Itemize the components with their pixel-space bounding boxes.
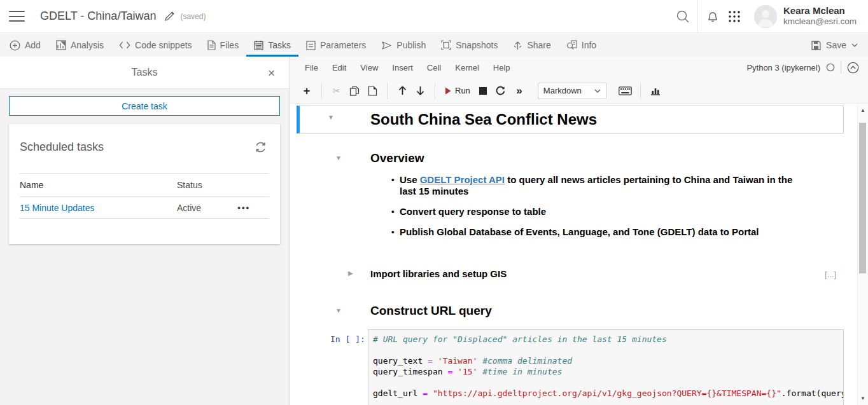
menu-insert[interactable]: Insert [385,63,420,72]
collapse-section-icon[interactable]: ▼ [335,308,342,314]
markdown-cell-overview[interactable]: ▼ Overview Use GDELT Project API to quer… [297,151,844,238]
ribbon-item-code-snippets[interactable]: Code snippets [111,34,200,57]
ribbon-item-publish[interactable]: Publish [374,34,433,57]
hamburger-menu-icon[interactable] [9,11,25,22]
collapse-section-icon[interactable]: ▼ [335,155,342,161]
cut-cell-icon[interactable]: ✂ [328,83,346,99]
ribbon-item-add[interactable]: Add [2,34,48,57]
save-floppy-icon [811,41,821,50]
notifications-bell-icon[interactable] [702,6,724,27]
restart-kernel-icon[interactable] [492,83,510,99]
menu-help[interactable]: Help [486,63,517,72]
cell-type-select[interactable]: Markdown [538,83,606,99]
markdown-cell-title[interactable]: ▼ South China Sea Conflict News [297,106,844,134]
kernel-name: Python 3 (ipykernel) [746,63,820,72]
paste-cell-icon[interactable] [363,83,381,99]
menu-cell[interactable]: Cell [420,63,448,72]
scheduled-tasks-table: Name Status 15 Minute Updates Active ••• [20,173,269,219]
share-icon [513,40,522,50]
notebook-content: ▼ South China Sea Conflict News ▼ Overvi… [290,104,868,405]
table-header-row: Name Status [20,173,269,196]
tasks-calendar-icon [254,40,263,50]
move-cell-down-icon[interactable] [411,83,429,99]
restart-run-all-icon[interactable]: » [510,83,528,99]
collapsed-cells-indicator[interactable]: [...] [825,270,836,279]
copy-cell-icon[interactable] [346,83,363,99]
add-cell-icon[interactable]: + [298,83,316,99]
saved-status: (saved) [180,12,206,21]
stop-kernel-icon[interactable] [474,83,492,99]
code-input-area[interactable]: # URL query for "Displaced" articles in … [368,329,844,405]
notebook-title: GDELT - China/Taiwan [40,10,156,23]
tasks-panel-title: Tasks [132,67,158,78]
task-status: Active [177,203,233,213]
tasks-panel-header: Tasks × [0,57,289,89]
notebook-toolbar: + ✂ Run » [290,78,868,104]
table-row: 15 Minute Updates Active ••• [20,196,269,219]
save-dropdown-chevron-icon[interactable] [851,43,858,47]
create-task-button[interactable]: Create task [9,96,280,116]
list-item: Publish Global Database of Events, Langu… [400,226,807,238]
scrollbar-up-arrow-icon[interactable]: ▲ [858,105,868,116]
list-item: Use GDELT Project API to query all news … [400,174,807,197]
collapse-section-icon[interactable]: ▼ [328,114,334,121]
construct-heading: Construct URL query [370,304,844,318]
menubar-divider [841,61,841,74]
notebook-h1: South China Sea Conflict News [370,111,838,128]
move-cell-up-icon[interactable] [393,83,411,99]
row-overflow-menu-icon[interactable]: ••• [237,203,250,212]
cell-prompt: In [ ]: [330,334,365,344]
ribbon-item-info[interactable]: Info [559,34,604,57]
refresh-icon[interactable] [255,141,267,153]
menu-view[interactable]: View [353,63,385,72]
snapshots-icon [441,40,451,50]
search-icon[interactable] [672,6,694,27]
publish-icon [381,41,392,50]
menu-file[interactable]: File [298,63,325,72]
save-button[interactable]: Save [804,34,868,57]
close-icon[interactable]: × [268,67,275,79]
scrollbar-down-arrow-icon[interactable]: ▼ [858,393,868,404]
collapse-panel-chevron-icon[interactable] [847,62,859,74]
notebook-scrollbar[interactable]: ▲ ▼ [857,104,868,405]
ribbon-item-files[interactable]: Files [200,34,247,57]
open-dashboard-chart-icon[interactable] [647,83,664,99]
kernel-idle-indicator-icon [826,63,835,72]
analysis-icon [56,40,66,50]
ribbon-item-analysis[interactable]: Analysis [48,34,111,57]
parameters-icon [306,41,316,50]
ribbon-item-tasks[interactable]: Tasks [246,34,298,57]
ribbon-item-parameters[interactable]: Parameters [298,34,374,57]
run-cell-button[interactable]: Run [441,83,474,99]
info-icon [566,40,577,50]
file-icon [207,40,216,50]
ribbon-item-share[interactable]: Share [505,34,558,57]
markdown-cell-import-collapsed[interactable]: ▶ Import libraries and setup GIS [...] [297,268,844,280]
code-cell[interactable]: In [ ]: # URL query for "Displaced" arti… [297,329,844,405]
menu-edit[interactable]: Edit [325,63,353,72]
gdelt-api-link[interactable]: GDELT Project API [420,174,505,185]
overview-bullet-list: Use GDELT Project API to query all news … [370,174,807,238]
column-header-status: Status [177,180,233,190]
code-icon [119,41,130,50]
tasks-panel: Tasks × Create task Scheduled tasks Name… [0,57,290,405]
command-palette-keyboard-icon[interactable] [617,83,634,99]
scheduled-tasks-title: Scheduled tasks [20,141,104,154]
markdown-cell-construct[interactable]: ▼ Construct URL query [297,304,844,318]
ribbon-item-snapshots[interactable]: Snapshots [433,34,505,57]
add-icon [10,40,20,51]
app-window: GDELT - China/Taiwan (saved) Kea [0,0,868,405]
scheduled-tasks-card: Scheduled tasks Name Status 15 Minute Up… [9,124,280,244]
scrollbar-thumb[interactable] [859,123,866,273]
task-name-link[interactable]: 15 Minute Updates [20,203,177,213]
edit-title-pencil-icon[interactable] [164,11,175,22]
expand-section-icon[interactable]: ▶ [348,270,353,277]
chevron-down-icon [594,89,601,93]
user-avatar[interactable] [754,5,777,28]
user-name: Keara Mclean [783,5,857,17]
user-info[interactable]: Keara Mclean kmclean@esri.com [783,5,857,28]
menu-kernel[interactable]: Kernel [448,63,486,72]
column-header-name: Name [20,180,177,190]
top-bar: GDELT - China/Taiwan (saved) Kea [0,0,868,33]
app-launcher-grid-icon[interactable] [724,6,745,27]
